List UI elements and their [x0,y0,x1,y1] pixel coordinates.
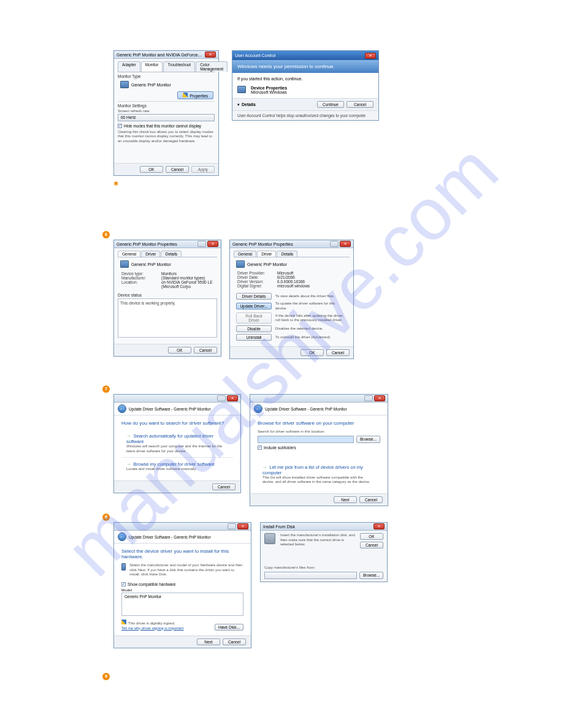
help-icon[interactable] [330,241,339,247]
rollback-driver-button[interactable]: Roll Back Driver [236,313,272,324]
monitor-icon [120,81,129,88]
wizard-question: Browse for driver software on your compu… [258,420,380,426]
driver-date-value: 6/21/2006 [277,275,295,279]
driver-version-label: Driver Version: [237,279,271,284]
show-compatible-label: Show compatible hardware [128,582,175,586]
titlebar: × [250,395,388,403]
model-item[interactable]: Generic PnP Monitor [124,594,161,599]
title-text: User Account Control [235,53,275,58]
min-icon[interactable] [228,523,236,529]
close-icon[interactable]: × [365,53,376,59]
next-button[interactable]: Next [334,496,357,503]
step-9: 9 [102,673,110,680]
tab-color[interactable]: Color Management [196,61,228,72]
chevron-down-icon[interactable]: ▾ [237,102,240,107]
ok-button[interactable]: OK [140,166,163,173]
device-name: Generic PnP Monitor [247,262,287,267]
refresh-rate-select[interactable]: 60 Hertz [118,114,215,121]
update-driver-desc: To update the driver software for this d… [275,301,347,311]
close-icon[interactable]: × [340,241,351,247]
browse-button[interactable]: Browse... [359,572,383,579]
tab-general[interactable]: General [118,251,140,257]
model-header: Model [121,588,243,593]
star-marker: ✱ [113,180,118,187]
close-icon[interactable]: × [227,395,238,401]
show-compatible-checkbox[interactable]: ✓ [121,582,126,586]
cancel-button[interactable]: Cancel [347,101,373,108]
uninstall-button[interactable]: Uninstall [236,334,272,341]
location-combo[interactable] [258,436,354,443]
model-list[interactable]: Generic PnP Monitor [121,593,243,616]
cancel-button[interactable]: Cancel [194,347,217,354]
title-text: Install From Disk [263,525,295,529]
instructions: Insert the manufacturer's installation d… [280,533,355,548]
monitor-type-label: Monitor Type [118,74,215,78]
back-icon[interactable]: ← [118,533,126,541]
details-link[interactable]: Details [242,102,256,107]
tab-details[interactable]: Details [277,251,297,257]
option-heading: Search automatically for updated driver … [126,433,228,444]
digital-signer-label: Digital Signer: [237,284,271,288]
disable-button[interactable]: Disable [236,325,272,332]
device-status-label: Device status [118,293,217,297]
driver-details-button[interactable]: Driver Details [236,293,272,300]
cancel-button[interactable]: Cancel [212,483,236,490]
cancel-button[interactable]: Cancel [326,349,350,356]
driver-date-label: Driver Date: [237,275,271,279]
signing-link[interactable]: Tell me why driver signing is important [121,626,183,631]
install-from-disk-dialog: Install From Disk × Insert the manufactu… [260,522,388,582]
option-pick-from-list[interactable]: Let me pick from a list of device driver… [258,461,380,488]
cancel-button[interactable]: Cancel [360,542,383,548]
tab-general[interactable]: General [234,251,256,257]
option-browse[interactable]: Browse my computer for driver software L… [121,458,233,476]
include-subfolders-checkbox[interactable]: ✓ [258,446,262,450]
back-icon[interactable]: ← [118,404,126,413]
close-icon[interactable]: × [374,395,385,401]
location-value: on NVIDIA GeForce 9500 LE (Microsoft Cor… [161,280,213,289]
close-icon[interactable]: × [373,523,385,529]
option-heading: Browse my computer for driver software [126,461,228,467]
hide-modes-label: Hide modes that this monitor cannot disp… [124,124,201,128]
tab-adapter[interactable]: Adapter [118,61,140,72]
copy-from-combo[interactable] [264,572,357,579]
close-icon[interactable]: × [205,51,216,58]
min-icon[interactable] [217,395,226,401]
apply-button[interactable]: Apply [191,166,215,173]
refresh-label: Screen refresh rate: [118,109,215,114]
tab-details[interactable]: Details [161,251,182,257]
ok-button[interactable]: OK [168,347,191,354]
cancel-button[interactable]: Cancel [223,639,246,645]
device-type-value: Monitors [161,271,177,276]
continue-button[interactable]: Continue [317,101,344,108]
tabstrip: Adapter Monitor Troubleshoot Color Manag… [118,61,215,72]
update-driver-wizard-browse: × ←Update Driver Software - Generic PnP … [250,394,388,506]
properties-button[interactable]: Properties [177,91,213,99]
tab-driver[interactable]: Driver [257,251,276,257]
shield-icon [183,93,188,97]
hide-modes-checkbox[interactable]: ✓ [118,124,122,128]
option-search-auto[interactable]: Search automatically for updated driver … [121,430,233,458]
cancel-button[interactable]: Cancel [359,496,383,503]
min-icon[interactable] [364,395,373,401]
title-text: Generic PnP Monitor Properties [117,242,177,246]
browse-button[interactable]: Browse... [356,436,380,443]
have-disk-button[interactable]: Have Disk... [215,624,243,631]
digital-signer-value: microsoft windows [277,284,310,288]
cancel-button[interactable]: Cancel [166,166,189,173]
tab-monitor[interactable]: Monitor [141,61,163,72]
help-icon[interactable] [197,241,206,247]
tab-driver[interactable]: Driver [141,251,160,257]
back-icon[interactable]: ← [254,404,262,413]
option-heading: Let me pick from a list of device driver… [262,464,375,476]
tab-troubleshoot[interactable]: Troubleshoot [163,61,195,72]
device-name: Generic PnP Monitor [131,262,171,267]
wizard-question: Select the device driver you want to ins… [121,548,243,559]
next-button[interactable]: Next [197,639,220,645]
update-driver-button[interactable]: Update Driver... [236,303,272,309]
ok-button[interactable]: OK [360,533,383,540]
close-icon[interactable]: × [207,241,218,247]
ok-button[interactable]: OK [301,349,324,356]
option-desc: Locate and install driver software manua… [126,467,228,472]
close-icon[interactable]: × [237,523,248,529]
disable-desc: Disables the selected device. [275,327,323,332]
